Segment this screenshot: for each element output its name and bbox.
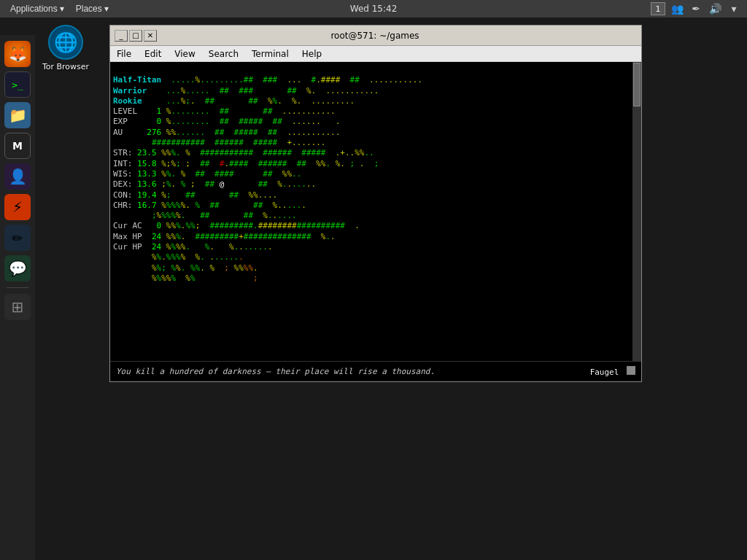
tor-browser-label: Tor Browser	[42, 62, 89, 71]
volume-icon[interactable]: 🔊	[708, 1, 722, 16]
taskbar: 🦊 >_ 📁 M 👤 ⚡ ✏ 💬 ⊞	[0, 35, 35, 560]
topbar-clock: Wed 15:42	[350, 4, 398, 14]
places-arrow: ▾	[104, 4, 109, 14]
applications-arrow: ▾	[60, 4, 64, 14]
taskbar-chat[interactable]: 💬	[4, 255, 31, 281]
taskbar-manga[interactable]: M	[4, 133, 31, 159]
terminal-icon: >_	[12, 79, 23, 90]
terminal-statusbar: You kill a hundred of darkness — their p…	[110, 361, 641, 381]
grid-icon: ⊞	[12, 298, 24, 316]
status-message: You kill a hundred of darkness — their p…	[116, 367, 435, 376]
character-name: Faugel	[590, 366, 635, 377]
terminal-menubar: File Edit View Search Terminal Help	[110, 46, 641, 62]
taskbar-krita[interactable]: ✏	[4, 225, 31, 251]
terminal-content: Half-Titan .....%.........## ### ... #.#…	[110, 62, 632, 361]
terminal-scrollbar-thumb[interactable]	[633, 63, 640, 106]
taskbar-grid[interactable]: ⊞	[4, 294, 31, 320]
taskbar-firefox[interactable]: 🦊	[4, 41, 31, 67]
terminal-scrollbar[interactable]	[632, 62, 641, 361]
status-indicator	[627, 366, 635, 375]
lightning-icon: ⚡	[12, 198, 23, 216]
workspace-button[interactable]: 1	[651, 2, 665, 15]
menu-edit[interactable]: Edit	[141, 48, 165, 60]
taskbar-lightning[interactable]: ⚡	[4, 194, 31, 220]
manga-icon: M	[12, 140, 23, 152]
tor-browser-icon: 🌐	[48, 25, 83, 60]
close-button[interactable]: ✕	[144, 30, 157, 42]
applications-menu[interactable]: Applications ▾	[6, 2, 69, 15]
taskbar-terminal[interactable]: >_	[4, 71, 31, 98]
terminal-titlebar: _ □ ✕ root@571: ~/games	[110, 26, 641, 46]
menu-help[interactable]: Help	[298, 48, 325, 60]
menu-view[interactable]: View	[171, 48, 198, 60]
terminal-window: _ □ ✕ root@571: ~/games File Edit View S…	[109, 25, 642, 382]
topbar-right: 1 👥 ✒ 🔊 ▾	[651, 1, 741, 16]
minimize-button[interactable]: _	[115, 30, 128, 42]
menu-search[interactable]: Search	[205, 48, 242, 60]
desktop-tor-browser[interactable]: 🌐 Tor Browser	[40, 25, 91, 71]
terminal-body[interactable]: Half-Titan .....%.........## ### ... #.#…	[110, 62, 641, 361]
krita-icon: ✏	[12, 230, 23, 246]
applications-label: Applications	[10, 4, 58, 14]
places-label: Places	[76, 4, 102, 14]
menu-terminal[interactable]: Terminal	[248, 48, 293, 60]
terminal-title: root@571: ~/games	[157, 31, 593, 41]
places-menu[interactable]: Places ▾	[71, 2, 113, 15]
files-icon: 📁	[9, 106, 27, 124]
taskbar-separator	[7, 287, 28, 288]
topbar-left: Applications ▾ Places ▾	[6, 2, 113, 15]
maximize-button[interactable]: □	[129, 30, 142, 42]
people-icon[interactable]: 👥	[670, 1, 684, 16]
anime-icon: 👤	[9, 168, 27, 185]
firefox-icon: 🦊	[9, 45, 27, 63]
desktop: 🦊 >_ 📁 M 👤 ⚡ ✏ 💬 ⊞ 🌐 Tor Br	[0, 18, 747, 560]
terminal-controls: _ □ ✕	[115, 30, 157, 42]
chat-icon: 💬	[9, 260, 27, 277]
pen-icon[interactable]: ✒	[689, 1, 703, 16]
taskbar-anime[interactable]: 👤	[4, 163, 31, 190]
power-icon[interactable]: ▾	[727, 1, 741, 16]
topbar: Applications ▾ Places ▾ Wed 15:42 1 👥 ✒ …	[0, 0, 747, 18]
taskbar-files[interactable]: 📁	[4, 102, 31, 128]
menu-file[interactable]: File	[113, 48, 135, 60]
